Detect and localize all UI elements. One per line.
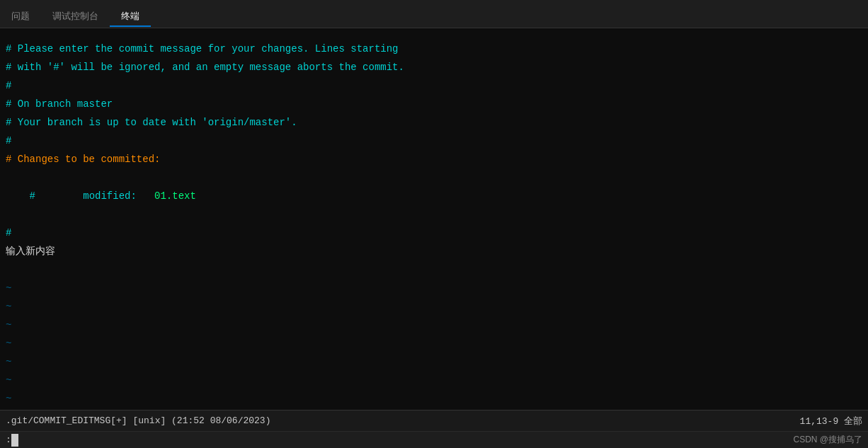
- bottom-csdn-text: CSDN @搜捕乌了: [793, 434, 862, 446]
- status-left: .git/COMMIT_EDITMSG[+] [unix] (21:52 08/…: [6, 415, 270, 426]
- status-bar: .git/COMMIT_EDITMSG[+] [unix] (21:52 08/…: [0, 410, 868, 431]
- tilde-2: ~: [6, 297, 862, 316]
- tilde-5: ~: [6, 352, 862, 371]
- terminal-line-1: # Please enter the commit message for yo…: [6, 40, 862, 58]
- tab-problems[interactable]: 问题: [0, 6, 41, 27]
- tilde-3: ~: [6, 316, 862, 334]
- terminal-line-7: # Changes to be committed:: [6, 150, 862, 168]
- tilde-7: ~: [6, 389, 862, 408]
- tab-debug-console[interactable]: 调试控制台: [41, 6, 110, 27]
- terminal-line-9: #: [6, 224, 862, 242]
- terminal-line-3: #: [6, 76, 862, 95]
- tab-bar: 问题 调试控制台 终端: [0, 0, 868, 28]
- tilde-6: ~: [6, 371, 862, 389]
- tilde-4: ~: [6, 334, 862, 352]
- terminal-line-5: # Your branch is up to date with 'origin…: [6, 113, 862, 132]
- terminal-line-6: #: [6, 132, 862, 150]
- terminal-line-4: # On branch master: [6, 95, 862, 113]
- terminal-line-2: # with '#' will be ignored, and an empty…: [6, 58, 862, 76]
- terminal-line-blank: [6, 260, 862, 279]
- terminal-line-user-input: 输入新内容: [6, 242, 862, 260]
- terminal-line-8: # modified: 01.text: [6, 168, 862, 224]
- status-right: 11,13-9 全部: [800, 415, 862, 427]
- terminal-area: # Please enter the commit message for yo…: [0, 28, 868, 410]
- tab-terminal[interactable]: 终端: [110, 6, 151, 27]
- tilde-1: ~: [6, 279, 862, 297]
- command-cursor: :: [6, 434, 18, 447]
- bottom-bar: : CSDN @搜捕乌了: [0, 431, 868, 448]
- cursor-block: [11, 434, 18, 447]
